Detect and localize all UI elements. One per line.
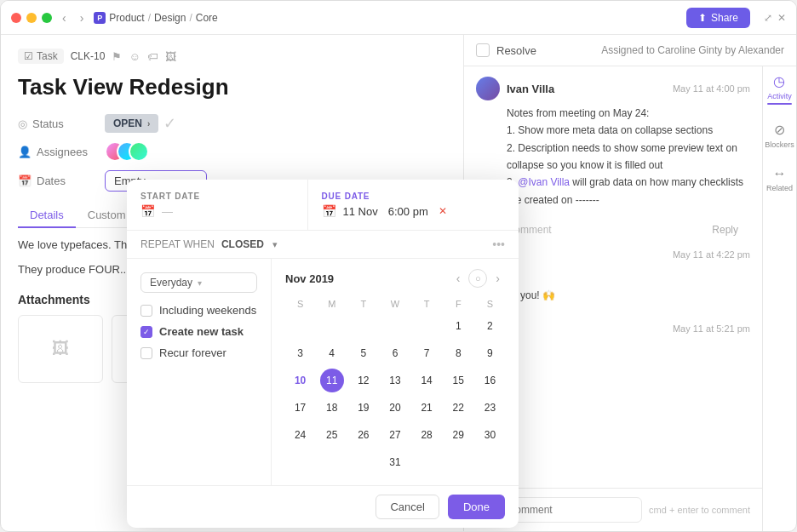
cal-day-17[interactable]: 17 — [289, 396, 312, 420]
cal-day-25[interactable]: 25 — [320, 423, 344, 447]
activity-sidebar: ◷ Activity ⊘ Blockers ↔ Related — [762, 66, 796, 531]
status-icon: ◎ — [18, 117, 27, 130]
breadcrumb-product[interactable]: Product — [109, 12, 144, 24]
flag-icon[interactable]: ⚑ — [112, 50, 122, 63]
repeat-dropdown-icon[interactable]: ▾ — [272, 239, 278, 250]
cal-day-23[interactable]: 23 — [478, 396, 502, 420]
calendar-popup: START DATE 📅 — DUE DATE 📅 11 Nov 6:00 pm… — [127, 180, 519, 528]
status-badge[interactable]: OPEN › — [105, 114, 158, 133]
cal-day-empty — [352, 450, 376, 474]
cal-due-icon: 📅 — [322, 204, 336, 218]
cal-day-empty — [415, 450, 439, 474]
cal-day-4[interactable]: 4 — [320, 341, 344, 365]
cal-calendar: Nov 2019 ‹ ○ › S M T W T F S — [272, 259, 519, 485]
cal-day-14[interactable]: 14 — [415, 369, 439, 392]
cal-day-empty — [352, 314, 376, 338]
cal-freq-arrow-icon: ▾ — [198, 278, 202, 288]
maximize-button[interactable] — [42, 13, 52, 23]
minimize-button[interactable] — [26, 13, 37, 23]
cal-day-13[interactable]: 13 — [383, 369, 407, 392]
cal-day-20[interactable]: 20 — [383, 396, 407, 420]
cal-option-new-task[interactable]: ✓ Create new task — [140, 321, 257, 342]
forward-button[interactable]: › — [77, 9, 88, 26]
cal-day-empty — [289, 314, 312, 338]
activity-icon: ◷ — [773, 73, 785, 89]
sidebar-toggle-button[interactable]: ✕ — [777, 12, 786, 24]
cal-day-28[interactable]: 28 — [415, 423, 439, 447]
resolve-checkbox[interactable] — [476, 43, 490, 57]
back-button[interactable]: ‹ — [59, 9, 70, 26]
resolve-bar: Resolve Assigned to Caroline Ginty by Al… — [464, 35, 796, 66]
cal-day-31[interactable]: 31 — [383, 450, 407, 474]
close-button[interactable] — [11, 13, 21, 23]
sidebar-related[interactable]: ↔ Related — [766, 166, 793, 192]
cal-day-10[interactable]: 10 — [289, 369, 312, 392]
cal-day-30[interactable]: 30 — [478, 423, 502, 447]
cal-day-empty — [446, 450, 470, 474]
task-tag: ☑ Task — [18, 49, 64, 64]
share-button[interactable]: ⬆ Share — [686, 8, 750, 28]
tag-icon[interactable]: 🏷 — [147, 50, 158, 63]
cal-day-27[interactable]: 27 — [383, 423, 407, 447]
cal-start-section: START DATE 📅 — — [127, 180, 308, 230]
cal-option-recur-forever[interactable]: Recur forever — [140, 342, 257, 363]
cal-day-9[interactable]: 9 — [478, 341, 502, 365]
cal-day-26[interactable]: 26 — [352, 423, 376, 447]
new-task-checkbox[interactable]: ✓ — [140, 326, 152, 338]
cal-day-11[interactable]: 11 — [320, 369, 344, 392]
cal-day-8[interactable]: 8 — [446, 341, 470, 365]
recur-forever-checkbox[interactable] — [140, 347, 152, 359]
breadcrumb-design[interactable]: Design — [154, 12, 186, 24]
emoji-icon[interactable]: ☺ — [129, 50, 140, 63]
cal-day-1[interactable]: 1 — [446, 314, 470, 338]
cal-day-7[interactable]: 7 — [415, 341, 439, 365]
cal-option-weekends[interactable]: Including weekends — [140, 300, 257, 321]
cal-repeat-bar: REPEAT WHEN CLOSED ▾ ••• — [127, 231, 519, 259]
cal-next-button[interactable]: › — [490, 269, 505, 288]
cal-day-18[interactable]: 18 — [320, 396, 344, 420]
cal-clear-button[interactable]: ✕ — [439, 205, 447, 217]
assignees-label: 👤 Assignees — [18, 146, 95, 158]
cal-day-29[interactable]: 29 — [446, 423, 470, 447]
cal-day-2[interactable]: 2 — [478, 314, 502, 338]
cal-day-24[interactable]: 24 — [289, 423, 312, 447]
cal-day-16[interactable]: 16 — [478, 369, 502, 392]
repeat-more-button[interactable]: ••• — [492, 237, 505, 251]
cal-options: Everyday ▾ Including weekends ✓ Create n… — [127, 259, 272, 485]
cal-day-empty — [320, 314, 344, 338]
expand-button[interactable]: ⤢ — [764, 12, 772, 24]
assignee-avatars[interactable] — [105, 141, 146, 162]
blockers-icon: ⊘ — [774, 122, 785, 138]
done-button[interactable]: Done — [448, 495, 505, 519]
sidebar-activity[interactable]: ◷ Activity — [767, 73, 792, 105]
cal-today-button[interactable]: ○ — [468, 269, 487, 288]
cal-start-value: 📅 — — [140, 204, 294, 218]
cal-frequency-dropdown[interactable]: Everyday ▾ — [140, 272, 257, 293]
breadcrumb-core[interactable]: Core — [196, 12, 218, 24]
weekends-checkbox[interactable] — [140, 305, 152, 317]
cal-day-12[interactable]: 12 — [352, 369, 376, 392]
cal-day-empty — [320, 450, 344, 474]
attachment-1[interactable]: 🖼 — [18, 315, 103, 383]
title-bar: ‹ › P Product / Design / Core ⬆ Share ⤢ … — [1, 1, 796, 35]
cal-day-21[interactable]: 21 — [415, 396, 439, 420]
cal-day-19[interactable]: 19 — [352, 396, 376, 420]
cal-day-empty — [415, 314, 439, 338]
tab-details[interactable]: Details — [18, 203, 76, 228]
cal-grid-header: S M T W T F S — [285, 296, 505, 313]
cal-day-15[interactable]: 15 — [446, 369, 470, 392]
cal-day-3[interactable]: 3 — [289, 341, 312, 365]
cancel-button[interactable]: Cancel — [376, 495, 439, 519]
cal-day-6[interactable]: 6 — [383, 341, 407, 365]
cal-day-22[interactable]: 22 — [446, 396, 470, 420]
dates-icon: 📅 — [18, 174, 32, 187]
cal-day-5[interactable]: 5 — [352, 341, 376, 365]
sidebar-blockers[interactable]: ⊘ Blockers — [765, 122, 794, 149]
reply-button[interactable]: Reply — [712, 224, 738, 236]
dates-label: 📅 Dates — [18, 174, 95, 187]
comment-1-author: Ivan Villa — [507, 83, 554, 95]
cal-prev-button[interactable]: ‹ — [451, 269, 466, 288]
task-icon: ☑ — [24, 50, 33, 62]
cal-nav: Nov 2019 ‹ ○ › — [285, 269, 505, 288]
image-icon[interactable]: 🖼 — [165, 50, 176, 63]
